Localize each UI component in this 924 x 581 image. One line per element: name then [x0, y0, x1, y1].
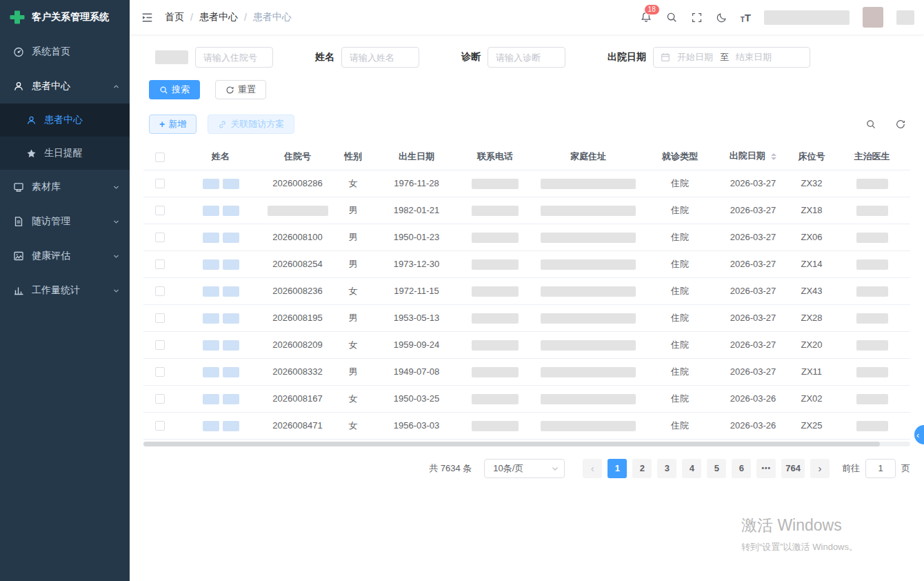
font-size-button[interactable]: TT	[741, 12, 751, 23]
plus-icon: +	[159, 119, 165, 130]
goto-page-input[interactable]	[865, 459, 896, 478]
row-checkbox[interactable]	[155, 179, 165, 188]
sidebar-subitem-patient-center[interactable]: 患者中心	[0, 104, 130, 137]
row-checkbox[interactable]	[155, 233, 165, 242]
sidebar-item-health-assessment[interactable]: 健康评估	[0, 239, 130, 273]
cell-discharge-date: 2026-03-27	[716, 331, 790, 358]
cell-hospital-no: 2026008236	[265, 277, 330, 304]
table-search-toggle-icon[interactable]	[865, 119, 876, 130]
sort-carets-icon[interactable]	[771, 150, 776, 163]
sidebar-subitem-label: 生日提醒	[44, 147, 83, 159]
search-button[interactable]: 搜索	[149, 80, 200, 99]
cell-birth-date: 1950-03-25	[376, 385, 457, 412]
pager-page-6[interactable]: 6	[732, 459, 751, 478]
reset-button[interactable]: 重置	[215, 80, 266, 99]
row-checkbox[interactable]	[155, 367, 165, 377]
diagnosis-input[interactable]	[488, 47, 565, 68]
pager-page-3[interactable]: 3	[657, 459, 676, 478]
pager-page-5[interactable]: 5	[707, 459, 726, 478]
cell-visit-type: 住院	[643, 412, 716, 439]
patients-table-wrap: 姓名 住院号 性别 出生日期 联系电话 家庭住址 就诊类型 出院日期 床位号	[143, 144, 910, 446]
row-checkbox[interactable]	[155, 421, 165, 431]
row-checkbox[interactable]	[155, 313, 165, 323]
pager-next-button[interactable]: ›	[810, 459, 830, 478]
breadcrumb-current: 患者中心	[253, 11, 292, 23]
search-actions: 搜索 重置	[143, 80, 910, 99]
cell-birth-date: 1950-01-23	[376, 224, 457, 250]
cell-visit-type: 住院	[643, 224, 716, 250]
sidebar-item-material-library[interactable]: 素材库	[0, 170, 130, 204]
associate-followup-plan-button[interactable]: 关联随访方案	[208, 115, 294, 134]
row-checkbox[interactable]	[155, 286, 165, 296]
chevron-up-icon	[112, 83, 120, 90]
horizontal-scrollbar[interactable]	[143, 442, 910, 446]
hospital-no-input[interactable]	[195, 47, 273, 68]
sidebar-item-home[interactable]: 系统首页	[0, 35, 130, 69]
associate-button-label: 关联随访方案	[230, 118, 284, 130]
reset-button-label: 重置	[238, 83, 256, 96]
cell-birth-date: 1953-05-13	[376, 304, 457, 331]
cell-phone	[457, 250, 533, 277]
sidebar-item-patient-center[interactable]: 患者中心	[0, 69, 130, 104]
col-discharge-date[interactable]: 出院日期	[716, 144, 790, 170]
sidebar-subitem-birthday-reminder[interactable]: 生日提醒	[0, 137, 130, 170]
sidebar-item-label: 健康评估	[32, 250, 70, 262]
breadcrumb-home[interactable]: 首页	[165, 11, 184, 23]
col-birth-date: 出生日期	[376, 144, 457, 170]
sidebar-item-workload-statistics[interactable]: 工作量统计	[0, 273, 130, 308]
cell-name	[177, 170, 265, 197]
table-row: 2026008332 男 1949-07-08 住院 2026-03-27 ZX…	[143, 358, 910, 385]
cell-select	[143, 385, 177, 412]
cell-phone	[457, 385, 533, 412]
pager-more-button[interactable]: •••	[756, 459, 776, 478]
sidebar-item-label: 素材库	[32, 181, 61, 193]
cell-visit-type: 住院	[643, 304, 716, 331]
scrollbar-thumb[interactable]	[143, 442, 880, 446]
avatar[interactable]	[863, 7, 883, 28]
cell-doctor	[834, 197, 910, 224]
date-end-placeholder: 结束日期	[736, 51, 772, 63]
discharge-date-range-picker[interactable]: 开始日期 至 结束日期	[653, 47, 810, 68]
cell-bed-no: ZX14	[790, 250, 834, 277]
name-input[interactable]	[341, 47, 419, 68]
sidebar-collapse-button[interactable]	[141, 11, 154, 24]
col-select	[143, 144, 177, 170]
cell-name	[177, 304, 265, 331]
cell-address	[533, 224, 643, 250]
cell-phone	[457, 197, 533, 224]
pager-prev-button[interactable]: ‹	[583, 459, 602, 478]
cell-birth-date: 1982-01-21	[376, 197, 457, 224]
cell-birth-date: 1976-11-28	[376, 170, 457, 197]
row-checkbox[interactable]	[155, 259, 165, 269]
pager-page-764[interactable]: 764	[781, 459, 805, 478]
cell-doctor	[834, 385, 910, 412]
dark-mode-toggle[interactable]	[716, 12, 727, 23]
filter-name: 姓名	[315, 47, 419, 68]
search-button-label: 搜索	[172, 83, 190, 96]
filter-diagnosis: 诊断	[461, 47, 565, 68]
select-all-checkbox[interactable]	[155, 152, 165, 162]
add-button[interactable]: + 新增	[149, 115, 197, 134]
app-title: 客户关系管理系统	[32, 11, 109, 23]
row-checkbox[interactable]	[155, 206, 165, 215]
col-phone: 联系电话	[457, 144, 533, 170]
notifications-button[interactable]: 18	[640, 11, 652, 23]
breadcrumb-patient-center[interactable]: 患者中心	[199, 11, 238, 23]
page-size-select[interactable]: 10条/页	[484, 459, 565, 478]
cell-hospital-no: 2026008471	[265, 412, 330, 439]
row-checkbox[interactable]	[155, 394, 165, 404]
row-checkbox[interactable]	[155, 340, 165, 350]
pager-page-2[interactable]: 2	[632, 459, 652, 478]
chevron-down-icon	[112, 184, 120, 191]
diagnosis-label: 诊断	[461, 51, 481, 63]
table-refresh-icon[interactable]	[895, 119, 906, 130]
user-menu-redacted[interactable]	[896, 10, 914, 25]
pager-page-1[interactable]: 1	[607, 459, 627, 478]
pager-page-4[interactable]: 4	[682, 459, 701, 478]
cell-phone	[457, 412, 533, 439]
sidebar-item-followup-management[interactable]: 随访管理	[0, 204, 130, 239]
fullscreen-button[interactable]	[691, 12, 703, 23]
cell-address	[533, 331, 643, 358]
star-icon	[25, 148, 37, 159]
search-icon[interactable]	[665, 11, 678, 23]
